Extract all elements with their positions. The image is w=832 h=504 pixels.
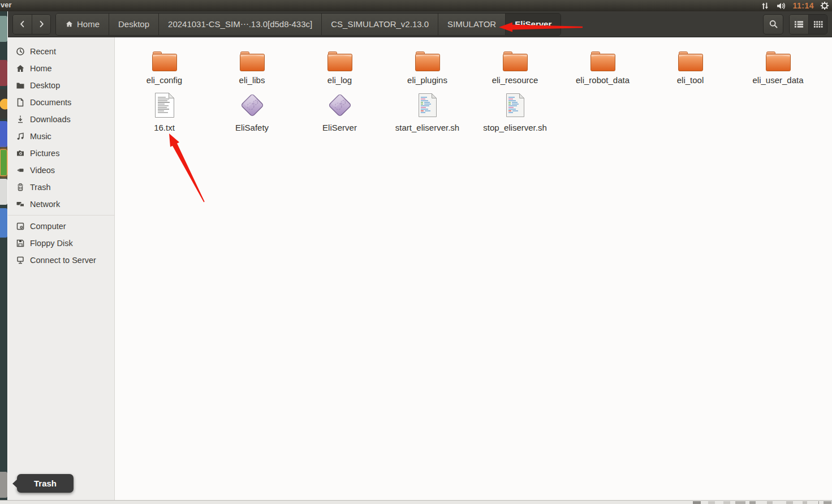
sidebar-item-home[interactable]: Home: [8, 60, 114, 77]
settings-gear-icon[interactable]: [820, 1, 829, 10]
file-item-eli-robot-data[interactable]: eli_robot_data: [559, 46, 646, 85]
file-item-label: eli_log: [327, 75, 352, 85]
folder-large-iconbox: [327, 46, 353, 72]
music-icon: [16, 132, 25, 141]
folder-large-icon: [415, 51, 441, 72]
server-icon: [16, 256, 25, 265]
sidebar-item-label: Videos: [30, 166, 55, 175]
dock-item-app-blue-2[interactable]: [0, 208, 7, 238]
sidebar-item-label: Network: [30, 200, 60, 209]
file-item-start-eliserver-sh[interactable]: start_eliserver.sh: [383, 91, 471, 132]
shell-script-iconbox: [506, 91, 525, 120]
view-toggle: [789, 14, 827, 35]
clock-icon: [16, 47, 25, 56]
sidebar-item-connect-to-server[interactable]: Connect to Server: [8, 252, 114, 269]
file-item-16-txt[interactable]: 16.txt: [120, 91, 208, 132]
path-segment-20241031-cs-sim-13-0-d5d8-433c[interactable]: 20241031-CS_SIM⋯.13.0[d5d8-433c]: [158, 14, 321, 35]
sidebar-item-computer[interactable]: Computer: [8, 218, 114, 235]
sidebar-item-label: Recent: [30, 47, 56, 56]
text-file-icon: [154, 92, 175, 118]
taskbar-icon[interactable]: [708, 501, 715, 504]
taskbar-icon[interactable]: [693, 501, 701, 504]
volume-icon[interactable]: [776, 2, 786, 10]
dock-item-app-orange-ball[interactable]: [0, 89, 7, 119]
path-segment-eliserver[interactable]: EliServer: [505, 14, 561, 35]
file-item-eliserver[interactable]: EliServer: [296, 91, 383, 132]
sidebar-item-network[interactable]: Network: [8, 196, 114, 213]
sidebar-item-desktop[interactable]: Desktop: [8, 77, 114, 94]
dock-item-app-gray[interactable]: [0, 179, 7, 205]
file-item-eli-log[interactable]: eli_log: [296, 46, 383, 85]
taskbar-icon[interactable]: [735, 501, 745, 504]
camera-icon: [16, 149, 25, 158]
file-item-label: eli_resource: [492, 75, 538, 85]
sidebar-item-label: Desktop: [30, 81, 60, 90]
file-item-label: eli_plugins: [407, 75, 447, 85]
sidebar-item-videos[interactable]: Videos: [8, 162, 114, 179]
trash-tooltip-label: Trash: [34, 479, 57, 488]
path-segment-desktop[interactable]: Desktop: [109, 14, 158, 35]
path-segment-simulator[interactable]: SIMULATOR: [438, 14, 505, 35]
sidebar-item-documents[interactable]: Documents: [8, 94, 114, 111]
file-item-label: eli_user_data: [752, 75, 803, 85]
path-segment-label: 20241031-CS_SIM⋯.13.0[d5d8-433c]: [168, 19, 312, 29]
back-button[interactable]: [13, 15, 32, 34]
video-icon: [16, 166, 25, 175]
dock-item-app-green-active[interactable]: [0, 149, 7, 176]
taskbar-icon[interactable]: [818, 501, 819, 504]
folder-large-icon: [765, 51, 791, 72]
bottom-taskbar-strip: [0, 500, 832, 504]
path-segment-label: EliServer: [515, 19, 551, 29]
taskbar-icon[interactable]: [723, 501, 730, 504]
sidebar-item-downloads[interactable]: Downloads: [8, 111, 114, 128]
sidebar-item-recent[interactable]: Recent: [8, 43, 114, 60]
taskbar-icon[interactable]: [824, 501, 831, 504]
dock-item-app-blue[interactable]: [0, 121, 7, 147]
sidebar-item-trash[interactable]: Trash: [8, 179, 114, 196]
file-item-stop-eliserver-sh[interactable]: stop_eliserver.sh: [471, 91, 559, 132]
path-segment-home[interactable]: Home: [56, 14, 109, 35]
document-icon: [16, 98, 25, 107]
file-item-eli-user-data[interactable]: eli_user_data: [734, 46, 822, 85]
folder-large-icon: [152, 51, 178, 72]
file-grid: eli_configeli_libseli_logeli_pluginseli_…: [115, 37, 832, 500]
file-item-elisafety[interactable]: EliSafety: [208, 91, 296, 132]
list-view-button[interactable]: [790, 15, 808, 34]
sidebar-item-music[interactable]: Music: [8, 128, 114, 145]
folder-large-iconbox: [152, 46, 178, 72]
sidebar-separator: [8, 215, 114, 216]
file-item-label: EliServer: [322, 123, 357, 132]
floppy-icon: [16, 239, 25, 248]
taskbar-icon[interactable]: [767, 501, 773, 504]
dock-item-trash-dock[interactable]: [0, 472, 7, 498]
network-updown-icon[interactable]: [760, 2, 770, 10]
file-item-eli-config[interactable]: eli_config: [120, 46, 208, 85]
search-button[interactable]: [763, 14, 783, 35]
file-item-eli-resource[interactable]: eli_resource: [471, 46, 559, 85]
grid-view-button[interactable]: [808, 15, 827, 34]
dock-item-app-teal[interactable]: [0, 16, 7, 42]
file-item-eli-libs[interactable]: eli_libs: [208, 46, 296, 85]
executable-diamond-iconbox: [325, 91, 355, 120]
path-segment-cs-simulator-v2-13-0[interactable]: CS_SIMULATOR_v2.13.0: [321, 14, 438, 35]
file-row-files: 16.txtEliSafetyEliServerstart_eliserver.…: [120, 91, 559, 132]
file-item-eli-tool[interactable]: eli_tool: [646, 46, 734, 85]
taskbar-icon[interactable]: [749, 501, 756, 504]
file-item-eli-plugins[interactable]: eli_plugins: [383, 46, 471, 85]
forward-button[interactable]: [32, 15, 50, 34]
taskbar-icon[interactable]: [803, 501, 807, 504]
path-segment-label: CS_SIMULATOR_v2.13.0: [331, 19, 429, 29]
dock: [0, 11, 7, 500]
sidebar-item-label: Trash: [30, 183, 51, 192]
folder-large-iconbox: [502, 46, 528, 72]
folder-large-icon: [239, 51, 265, 72]
navigation-buttons: [12, 14, 51, 35]
executable-diamond-icon: [238, 91, 267, 120]
file-item-label: EliSafety: [235, 123, 269, 132]
sidebar-item-pictures[interactable]: Pictures: [8, 145, 114, 162]
clock[interactable]: 11:14: [792, 1, 814, 10]
sidebar-item-floppy-disk[interactable]: Floppy Disk: [8, 235, 114, 252]
taskbar-icon[interactable]: [786, 501, 793, 504]
file-item-label: 16.txt: [154, 123, 175, 132]
folder-large-iconbox: [415, 46, 441, 72]
